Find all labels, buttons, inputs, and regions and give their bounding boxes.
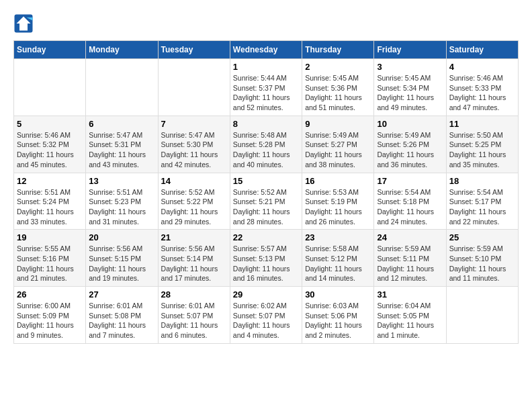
calendar-day-cell: 24Sunrise: 5:59 AMSunset: 5:11 PMDayligh… [374,230,446,287]
day-info: Sunrise: 6:03 AM [305,301,371,311]
day-info: and 42 minutes. [161,160,227,170]
day-number: 18 [449,176,515,186]
day-info: Sunrise: 6:01 AM [161,301,227,311]
day-number: 6 [89,119,154,129]
calendar-day-cell: 11Sunrise: 5:50 AMSunset: 5:25 PMDayligh… [446,116,518,173]
calendar-week-row: 5Sunrise: 5:46 AMSunset: 5:32 PMDaylight… [14,116,519,173]
day-info: and 52 minutes. [233,103,299,113]
day-info: Daylight: 11 hours [17,320,83,330]
calendar-day-cell: 3Sunrise: 5:45 AMSunset: 5:34 PMDaylight… [374,59,446,116]
weekday-header: Saturday [446,41,518,59]
day-info: Daylight: 11 hours [377,150,443,160]
day-info: Sunset: 5:07 PM [233,311,299,321]
day-number: 29 [233,289,299,300]
calendar-day-cell: 28Sunrise: 6:01 AMSunset: 5:07 PMDayligh… [158,287,230,344]
calendar-day-cell: 27Sunrise: 6:01 AMSunset: 5:08 PMDayligh… [86,287,158,344]
day-number: 17 [377,176,443,186]
day-info: Daylight: 11 hours [89,264,154,274]
day-info: Daylight: 11 hours [161,207,227,217]
day-info: Daylight: 11 hours [161,264,227,274]
day-info: Daylight: 11 hours [305,264,371,274]
day-info: Sunset: 5:05 PM [377,311,443,321]
day-info: Daylight: 11 hours [305,93,371,103]
calendar-week-row: 1Sunrise: 5:44 AMSunset: 5:37 PMDaylight… [14,59,519,116]
day-info: Sunrise: 5:52 AM [161,187,227,197]
calendar-day-cell [446,287,518,344]
day-info: and 11 minutes. [449,273,515,283]
calendar-week-row: 12Sunrise: 5:51 AMSunset: 5:24 PMDayligh… [14,173,519,230]
day-info: Daylight: 11 hours [377,207,443,217]
day-info: Daylight: 11 hours [305,150,371,160]
day-info: Sunrise: 5:49 AM [377,130,443,140]
day-info: Sunrise: 5:56 AM [161,244,227,254]
day-info: Sunrise: 5:58 AM [305,244,371,254]
day-info: Daylight: 11 hours [449,264,515,274]
logo [13,13,36,34]
day-info: Sunrise: 5:45 AM [305,73,371,83]
day-info: Sunset: 5:28 PM [233,140,299,150]
day-info: and 22 minutes. [449,217,515,227]
calendar-week-row: 19Sunrise: 5:55 AMSunset: 5:16 PMDayligh… [14,230,519,287]
day-info: and 28 minutes. [233,217,299,227]
day-info: Daylight: 11 hours [89,207,154,217]
day-info: Sunset: 5:12 PM [305,254,371,264]
day-info: and 45 minutes. [17,160,83,170]
day-info: and 31 minutes. [89,217,154,227]
day-info: Daylight: 11 hours [377,264,443,274]
day-number: 30 [305,289,371,300]
day-number: 8 [233,119,299,129]
day-info: Sunset: 5:24 PM [17,197,83,207]
day-number: 11 [449,119,515,129]
day-number: 24 [377,232,443,242]
day-info: Sunset: 5:08 PM [89,311,154,321]
day-info: Sunrise: 5:46 AM [449,73,515,83]
day-info: and 9 minutes. [17,330,83,340]
day-info: Sunrise: 5:50 AM [449,130,515,140]
day-info: Sunset: 5:22 PM [161,197,227,207]
calendar-day-cell: 7Sunrise: 5:47 AMSunset: 5:30 PMDaylight… [158,116,230,173]
calendar-day-cell: 22Sunrise: 5:57 AMSunset: 5:13 PMDayligh… [230,230,302,287]
day-info: Sunrise: 5:47 AM [161,130,227,140]
day-number: 22 [233,232,299,242]
day-number: 20 [89,232,154,242]
day-info: Sunrise: 5:54 AM [377,187,443,197]
day-number: 12 [17,176,83,186]
day-info: Sunset: 5:32 PM [17,140,83,150]
weekday-header: Wednesday [230,41,302,59]
day-info: Sunrise: 5:49 AM [305,130,371,140]
day-info: Sunset: 5:14 PM [161,254,227,264]
day-info: Daylight: 11 hours [377,93,443,103]
day-number: 26 [17,289,83,300]
day-number: 14 [161,176,227,186]
calendar-day-cell: 4Sunrise: 5:46 AMSunset: 5:33 PMDaylight… [446,59,518,116]
calendar-day-cell: 25Sunrise: 5:59 AMSunset: 5:10 PMDayligh… [446,230,518,287]
day-info: Sunrise: 5:59 AM [377,244,443,254]
day-info: Daylight: 11 hours [377,320,443,330]
calendar-day-cell: 26Sunrise: 6:00 AMSunset: 5:09 PMDayligh… [14,287,86,344]
day-info: Sunrise: 5:44 AM [233,73,299,83]
day-info: Sunset: 5:33 PM [449,83,515,93]
day-info: and 12 minutes. [377,273,443,283]
calendar-day-cell: 5Sunrise: 5:46 AMSunset: 5:32 PMDaylight… [14,116,86,173]
day-info: Daylight: 11 hours [449,207,515,217]
calendar-day-cell: 14Sunrise: 5:52 AMSunset: 5:22 PMDayligh… [158,173,230,230]
day-info: Sunrise: 5:48 AM [233,130,299,140]
calendar-day-cell: 30Sunrise: 6:03 AMSunset: 5:06 PMDayligh… [302,287,374,344]
calendar-day-cell: 10Sunrise: 5:49 AMSunset: 5:26 PMDayligh… [374,116,446,173]
day-info: Daylight: 11 hours [233,207,299,217]
day-info: Sunset: 5:19 PM [305,197,371,207]
page-header [13,13,519,34]
calendar-day-cell: 2Sunrise: 5:45 AMSunset: 5:36 PMDaylight… [302,59,374,116]
day-info: and 35 minutes. [449,160,515,170]
day-info: Sunrise: 5:45 AM [377,73,443,83]
calendar-day-cell: 19Sunrise: 5:55 AMSunset: 5:16 PMDayligh… [14,230,86,287]
day-info: Sunset: 5:21 PM [233,197,299,207]
calendar-day-cell: 15Sunrise: 5:52 AMSunset: 5:21 PMDayligh… [230,173,302,230]
day-info: and 21 minutes. [17,273,83,283]
day-info: and 49 minutes. [377,103,443,113]
weekday-header: Sunday [14,41,86,59]
weekday-header: Tuesday [158,41,230,59]
calendar-day-cell: 21Sunrise: 5:56 AMSunset: 5:14 PMDayligh… [158,230,230,287]
day-info: Sunset: 5:26 PM [377,140,443,150]
day-info: Sunset: 5:34 PM [377,83,443,93]
